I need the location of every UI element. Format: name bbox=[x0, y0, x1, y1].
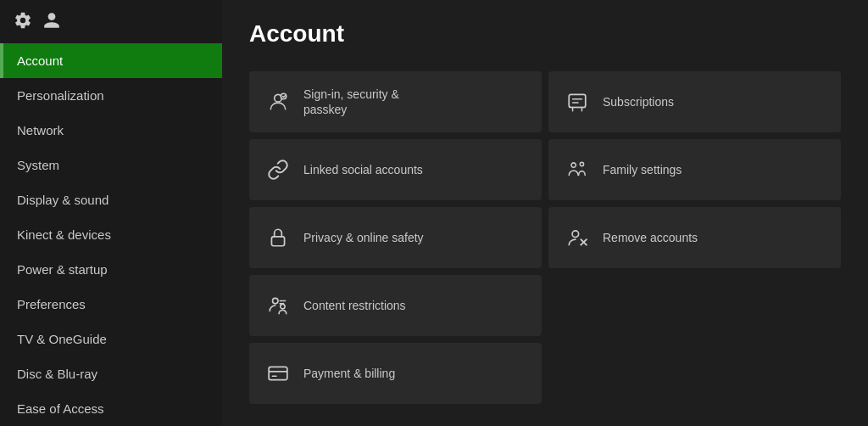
tile-family-settings[interactable]: Family settings bbox=[548, 139, 841, 200]
lock-icon bbox=[266, 226, 290, 249]
tile-content-restrictions[interactable]: Content restrictions bbox=[249, 275, 542, 336]
tiles-right-column: Subscriptions Family settings bbox=[548, 71, 841, 404]
signin-icon bbox=[266, 90, 290, 114]
svg-point-3 bbox=[273, 298, 279, 304]
sidebar-top-bar bbox=[0, 0, 222, 43]
sidebar-item-tv-oneguide[interactable]: TV & OneGuide bbox=[0, 322, 222, 356]
svg-point-15 bbox=[580, 162, 583, 165]
tiles-container: Sign-in, security &passkey Linked social… bbox=[249, 71, 841, 404]
svg-point-14 bbox=[571, 163, 576, 167]
tile-subscriptions-label: Subscriptions bbox=[603, 94, 674, 109]
tile-payment-billing[interactable]: Payment & billing bbox=[249, 343, 542, 404]
sidebar-item-disc-bluray[interactable]: Disc & Blu-ray bbox=[0, 356, 222, 391]
subscriptions-icon bbox=[565, 90, 589, 114]
main-content: Account Sign-in, security &passkey bbox=[222, 0, 868, 426]
sidebar-item-kinect-devices[interactable]: Kinect & devices bbox=[0, 217, 222, 252]
tile-remove-accounts-label: Remove accounts bbox=[603, 230, 698, 245]
payment-icon bbox=[266, 362, 290, 385]
tile-remove-accounts[interactable]: Remove accounts bbox=[548, 207, 841, 268]
sidebar-item-power-startup[interactable]: Power & startup bbox=[0, 252, 222, 287]
family-icon bbox=[565, 158, 589, 182]
tile-signin-label: Sign-in, security &passkey bbox=[303, 87, 399, 117]
gear-icon[interactable] bbox=[14, 11, 32, 33]
sidebar-item-personalization[interactable]: Personalization bbox=[0, 78, 222, 113]
sidebar-item-preferences[interactable]: Preferences bbox=[0, 287, 222, 322]
sidebar-item-system[interactable]: System bbox=[0, 148, 222, 182]
svg-point-4 bbox=[281, 304, 285, 308]
svg-rect-8 bbox=[569, 94, 586, 107]
tile-content-label: Content restrictions bbox=[303, 298, 406, 313]
content-icon bbox=[266, 294, 290, 317]
svg-point-1 bbox=[281, 93, 287, 99]
sidebar-item-ease-access[interactable]: Ease of Access bbox=[0, 391, 222, 426]
user-icon[interactable] bbox=[42, 11, 61, 33]
tile-payment-label: Payment & billing bbox=[303, 366, 395, 381]
tile-signin-security[interactable]: Sign-in, security &passkey bbox=[249, 71, 542, 132]
tile-privacy-safety[interactable]: Privacy & online safety bbox=[249, 207, 542, 268]
tile-subscriptions[interactable]: Subscriptions bbox=[548, 71, 841, 132]
tile-privacy-label: Privacy & online safety bbox=[303, 230, 424, 245]
tile-linked-social-label: Linked social accounts bbox=[303, 162, 423, 177]
sidebar-navigation: Account Personalization Network System D… bbox=[0, 43, 222, 426]
svg-rect-2 bbox=[271, 237, 284, 246]
link-icon bbox=[266, 158, 290, 182]
tiles-left-column: Sign-in, security &passkey Linked social… bbox=[249, 71, 542, 404]
remove-account-icon bbox=[565, 226, 589, 249]
page-title: Account bbox=[249, 20, 841, 48]
sidebar-item-network[interactable]: Network bbox=[0, 113, 222, 148]
tile-linked-social[interactable]: Linked social accounts bbox=[249, 139, 542, 200]
svg-rect-5 bbox=[269, 367, 287, 379]
sidebar: Account Personalization Network System D… bbox=[0, 0, 222, 426]
sidebar-item-display-sound[interactable]: Display & sound bbox=[0, 182, 222, 217]
tile-family-label: Family settings bbox=[603, 162, 682, 177]
sidebar-item-account[interactable]: Account bbox=[0, 43, 222, 78]
svg-point-16 bbox=[572, 231, 579, 238]
